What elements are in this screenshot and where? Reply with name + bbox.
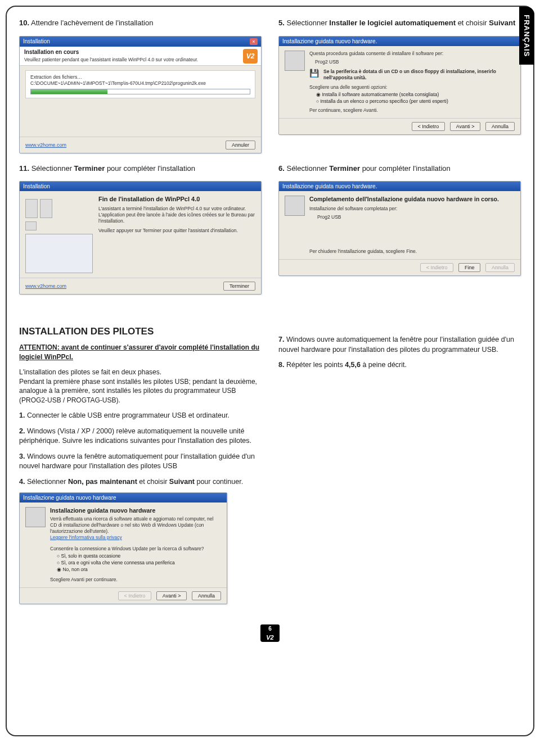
dlg11-p1: L'assistant a terminé l'installation de … (98, 206, 255, 224)
step-5-pre: Sélectionner (286, 19, 329, 27)
radio-no-not-now[interactable]: No, non ora (57, 567, 221, 572)
dlg11-buttons: www.v2home.com Terminer (20, 278, 261, 294)
col-right-1: 5. Sélectionner Installer le logiciel au… (278, 18, 521, 164)
col-left-2: 11. Sélectionner Terminer pour compléter… (19, 164, 262, 305)
step-11-pre: Sélectionner (32, 164, 74, 173)
privacy-link[interactable]: Leggere l'informativa sulla privacy (50, 535, 221, 540)
dlg10-title: Installation (23, 38, 50, 44)
dlg5-cd: Se la periferica è dotata di un CD o un … (323, 69, 515, 81)
step-6-post: pour compléter l'installation (360, 164, 451, 173)
dialog-hw-wizard-auto: Installazione guidata nuovo hardware. Qu… (278, 36, 521, 135)
finish-button[interactable]: Terminer (223, 282, 255, 291)
dlg6-headline: Completamento dell'Installazione guidata… (309, 196, 515, 202)
dialog-hw-wizard-privacy: Installazione guidata nuovo hardware Ins… (19, 492, 227, 604)
dlg5-continue: Per continuare, scegliere Avanti. (309, 107, 515, 114)
page-number: 6 (260, 624, 280, 633)
step-5-mid: et choisir (456, 19, 489, 27)
dlg10-header: Installation en cours Veuillez patienter… (20, 47, 261, 66)
dlg4-p: Verrà effettuata una ricerca di software… (50, 516, 221, 535)
row-pilotes: INSTALLATION DES PILOTES ATTENTION: avan… (19, 310, 521, 614)
next-button[interactable]: Avanti > (156, 591, 187, 600)
pilotes-item-8: 8. Répéter les points 4,5,6 à peine décr… (278, 360, 521, 370)
col-left-1: 10. Attendre l'achèvement de l'installat… (19, 18, 262, 164)
step-6-pre: Sélectionner (286, 164, 329, 173)
step-10-text: Attendre l'achèvement de l'installation (31, 19, 153, 27)
step-6-bold: Terminer (329, 164, 360, 173)
pilotes-item-1: 1. Connecter le câble USB entre programm… (19, 411, 262, 421)
next-button[interactable]: Avanti > (450, 122, 481, 131)
page-footer: 6 V2 (19, 624, 521, 642)
dlg4-buttons: < Indietro Avanti > Annulla (20, 587, 227, 604)
language-tab: FRANÇAIS (519, 7, 534, 65)
pilotes-item-4: 4. Sélectionner Non, pas maintenant et c… (19, 477, 262, 487)
pilotes-attention: ATTENTION: avant de continuer s'assurer … (19, 343, 262, 362)
dlg10-titlebar: Installation × (20, 37, 261, 47)
step-11-num: 11. (19, 164, 29, 173)
cancel-button[interactable]: Annuler (226, 141, 255, 150)
dlg4-q: Consentire la connessione a Windows Upda… (50, 546, 221, 552)
back-button[interactable]: < Indietro (412, 122, 446, 131)
radio-specific-path[interactable]: Installa da un elenco o percorso specifi… (316, 98, 515, 104)
dialog-install-finish: Installation Fin de l'installation de Wi… (19, 181, 262, 295)
dlg6-titlebar: Installazione guidata nuovo hardware. (279, 182, 520, 191)
pilotes-body: L'installation des pilotes se fait en de… (19, 368, 262, 405)
finish-button[interactable]: Fine (458, 263, 481, 272)
dlg4-title: Installazione guidata nuovo hardware (23, 495, 116, 501)
v2-logo-icon: V2 (243, 49, 258, 64)
pilotes-right: 7. Windows ouvre automatiquement la fenê… (278, 310, 521, 614)
dlg11-titlebar: Installation (20, 182, 261, 191)
hardware-icon (285, 196, 305, 216)
dlg5-desc: Questa procedura guidata consente di ins… (309, 51, 515, 57)
step-10-num: 10. (19, 19, 29, 27)
step-6: 6. Sélectionner Terminer pour compléter … (278, 164, 521, 174)
back-button: < Indietro (118, 591, 152, 600)
radio-auto-install[interactable]: Installa il software automaticamente (sc… (316, 92, 515, 97)
dlg4-titlebar: Installazione guidata nuovo hardware (20, 493, 227, 503)
dlg6-device: Prog2 USB (317, 214, 515, 220)
dlg5-title: Installazione guidata nuovo hardware. (282, 38, 377, 44)
v2home-link[interactable]: www.v2home.com (25, 283, 66, 289)
dlg10-headline: Installation en cours (24, 49, 256, 55)
dlg5-buttons: < Indietro Avanti > Annulla (279, 118, 520, 134)
radio-yes-always[interactable]: Sì, ora e ogni volta che viene connessa … (57, 560, 221, 565)
footer-logo: V2 (260, 633, 279, 642)
step-5-b1: Installer le logiciel automatiquement (329, 19, 456, 27)
hardware-icon (25, 507, 46, 527)
pilotes-item-7: 7. Windows ouvre automatiquement la fenê… (278, 335, 521, 355)
hardware-icon (285, 51, 305, 71)
row-1: 10. Attendre l'achèvement de l'installat… (19, 18, 521, 164)
radio-yes-once[interactable]: Sì, solo in questa occasione (57, 553, 221, 559)
step-11: 11. Sélectionner Terminer pour compléter… (19, 164, 262, 174)
dlg10-path: C:\DOCUME~1\ADMIN~1\IMPOST~1\Temp\is-670… (30, 80, 250, 87)
dlg6-close: Per chiudere l'installazione guidata, sc… (309, 248, 515, 255)
dlg10-extracting: Extraction des fichiers… (30, 74, 250, 80)
col-right-2: 6. Sélectionner Terminer pour compléter … (278, 164, 521, 305)
dlg6-title: Installazione guidata nuovo hardware. (282, 183, 377, 189)
dlg10-sub: Veuillez patienter pendant que l'assista… (24, 57, 256, 63)
dlg11-title: Installation (23, 183, 50, 189)
dialog-install-progress: Installation × Installation en cours Veu… (19, 36, 262, 153)
step-6-num: 6. (278, 164, 285, 173)
dlg11-sidebar (25, 196, 93, 273)
progress-bar (30, 89, 250, 94)
page-frame: FRANÇAIS 10. Attendre l'achèvement de l'… (6, 6, 534, 736)
row-2: 11. Sélectionner Terminer pour compléter… (19, 164, 521, 305)
step-10: 10. Attendre l'achèvement de l'installat… (19, 18, 262, 28)
dlg11-p2: Veuillez appuyer sur Terminer pour quitt… (98, 228, 255, 234)
cancel-button[interactable]: Annulla (485, 122, 515, 131)
dlg6-buttons: < Indietro Fine Annulla (279, 259, 520, 275)
dlg5-choose: Scegliere una delle seguenti opzioni: (309, 84, 515, 90)
step-11-post: pour compléter l'installation (105, 164, 195, 173)
cancel-button[interactable]: Annulla (192, 591, 221, 600)
dlg4-headline: Installazione guidata nuovo hardware (50, 507, 221, 514)
dlg5-device: Prog2 USB (315, 59, 515, 65)
pilotes-left: INSTALLATION DES PILOTES ATTENTION: avan… (19, 310, 262, 614)
close-icon[interactable]: × (250, 38, 258, 45)
step-5: 5. Sélectionner Installer le logiciel au… (278, 18, 521, 28)
dialog-hw-wizard-done: Installazione guidata nuovo hardware. Co… (278, 181, 521, 276)
step-11-bold: Terminer (74, 164, 105, 173)
v2home-link[interactable]: www.v2home.com (25, 142, 66, 148)
step-5-b2: Suivant (489, 19, 515, 27)
back-button: < Indietro (420, 263, 454, 272)
dlg6-done: Installazione del software completata pe… (309, 206, 515, 212)
